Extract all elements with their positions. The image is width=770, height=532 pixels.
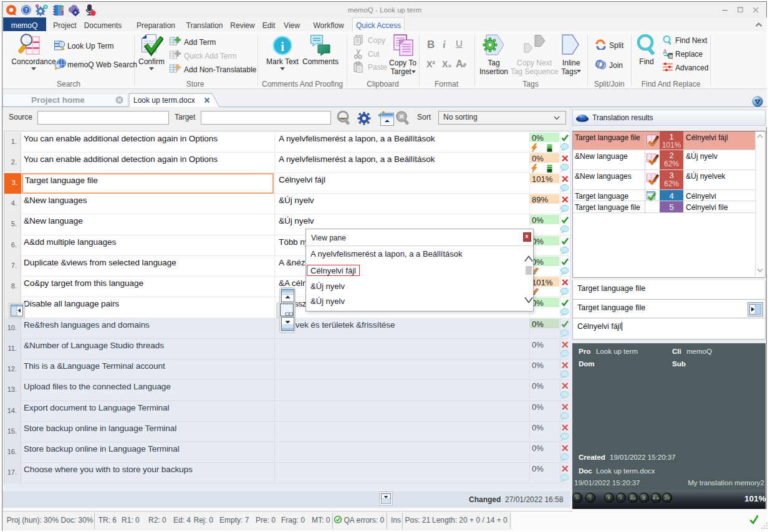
svg-text:◄►: ◄► [652, 495, 661, 501]
svg-text:24: 24 [664, 495, 670, 501]
svg-text:•: • [620, 495, 622, 501]
svg-text:Aa: Aa [629, 495, 636, 501]
svg-text:A: A [663, 49, 667, 55]
svg-text:?: ? [25, 7, 28, 13]
svg-text:=: = [576, 495, 579, 501]
svg-text:B: B [642, 495, 646, 501]
svg-text:B: B [669, 54, 673, 59]
svg-text:i: i [281, 40, 284, 54]
